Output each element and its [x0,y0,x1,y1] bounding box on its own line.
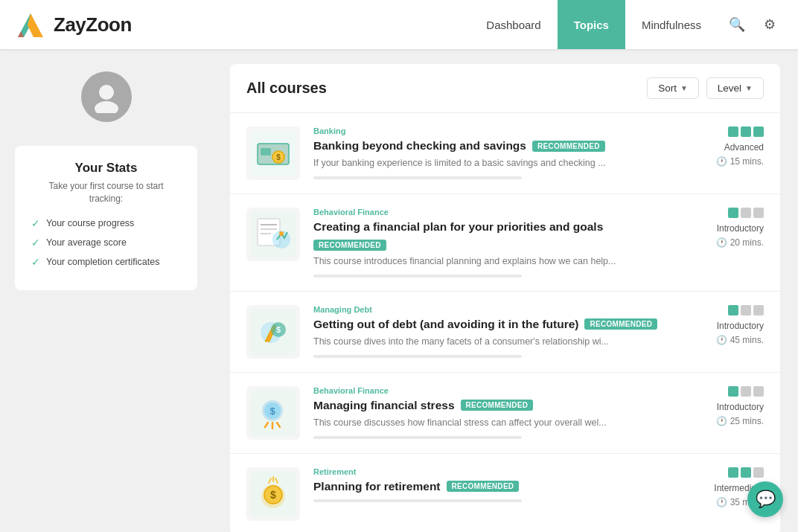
course-body-5: Retirement Planning for retirement RECOM… [313,467,661,502]
table-row[interactable]: $ Retirement Planning for retirement REC… [230,454,780,532]
table-row[interactable]: $ Behavioral Finance Managing financial … [230,373,780,454]
time-value-3: 45 mins. [730,335,764,345]
svg-point-4 [99,85,114,100]
level-label-2: Introductory [717,223,764,234]
stats-subtitle: Take your first course to start tracking… [31,180,181,205]
badge-recommended-1: RECOMMENDED [532,141,605,152]
settings-icon[interactable]: ⚙ [756,11,783,38]
svg-text:$: $ [270,489,276,501]
level-dots-3 [728,305,764,315]
svg-point-5 [95,101,118,113]
stats-card: Your Stats Take your first course to sta… [15,146,197,290]
course-thumbnail-2 [246,208,300,261]
badge-recommended-5: RECOMMENDED [447,481,520,492]
level-button[interactable]: Level ▼ [706,77,764,99]
level-dots-4 [728,386,764,397]
course-body-4: Behavioral Finance Managing financial st… [313,386,661,439]
course-category-1: Banking [313,126,661,135]
progress-bar-1 [313,176,522,179]
header-controls: Sort ▼ Level ▼ [647,77,764,99]
level-label-3: Introductory [717,321,764,331]
clock-icon-1: 🕐 [716,156,727,167]
chat-bubble-button[interactable]: 💬 [747,481,783,517]
badge-recommended-3: RECOMMENDED [584,318,657,330]
time-row-1: 🕐 15 mins. [716,156,764,167]
search-icon[interactable]: 🔍 [724,11,750,38]
logo-icon [15,9,46,40]
sort-chevron-icon: ▼ [680,84,688,92]
check-icon-1: ✓ [31,217,40,229]
dot-4-2 [741,386,751,397]
dot-2-2 [741,208,751,218]
course-desc-2: This course introduces financial plannin… [313,254,661,269]
dot-1-3 [753,126,764,137]
course-thumbnail-1: $ [246,126,300,180]
banking-thumbnail-icon: $ [250,130,296,176]
dot-3-2 [741,305,751,315]
time-value-1: 15 mins. [730,156,764,167]
stat-certificates: ✓ Your completion certificates [31,256,181,268]
nav-mindfulness[interactable]: Mindfulness [625,0,718,49]
course-desc-4: This course discusses how financial stre… [313,416,661,430]
dot-5-2 [741,467,751,478]
stress-thumbnail-icon: $ [250,390,296,436]
main-content: All courses Sort ▼ Level ▼ [212,49,798,532]
progress-bar-4 [313,436,522,439]
table-row[interactable]: Behavioral Finance Creating a financial … [230,194,780,292]
clock-icon-4: 🕐 [716,416,727,426]
badge-recommended-2: RECOMMENDED [313,240,386,251]
course-category-3: Managing Debt [313,305,661,314]
clock-icon-5: 🕐 [716,497,727,507]
nav-dashboard[interactable]: Dashboard [470,0,557,49]
debt-thumbnail-icon: $ [250,309,296,355]
page-body: Your Stats Take your first course to sta… [0,49,798,532]
course-category-4: Behavioral Finance [313,386,661,395]
person-icon [90,80,123,113]
course-desc-1: If your banking experience is limited to… [313,156,661,170]
header: ZayZoon Dashboard Topics Mindfulness 🔍 ⚙ [0,0,798,49]
clock-icon-3: 🕐 [716,335,727,345]
course-title-3: Getting out of debt (and avoiding it in … [313,318,578,331]
time-value-2: 20 mins. [730,237,764,248]
time-value-4: 25 mins. [730,416,764,426]
level-chevron-icon: ▼ [745,84,753,92]
course-title-1: Banking beyond checking and savings [313,139,526,153]
svg-rect-8 [261,148,271,156]
progress-bar-3 [313,355,522,358]
sort-button[interactable]: Sort ▼ [647,77,699,99]
clock-icon-2: 🕐 [716,237,727,248]
courses-header: All courses Sort ▼ Level ▼ [230,64,780,113]
level-dots-5 [728,467,764,478]
dot-4-1 [728,386,738,397]
nav-topics[interactable]: Topics [558,0,625,49]
stat-average-score: ✓ Your average score [31,237,181,249]
level-label-4: Introductory [717,402,764,412]
dot-1-1 [728,126,738,137]
dot-5-3 [753,467,764,478]
course-thumbnail-4: $ [246,386,300,440]
level-dots-1 [728,126,764,137]
courses-container: All courses Sort ▼ Level ▼ [230,64,780,532]
dot-2-1 [728,208,738,218]
logo-text: ZayZoon [54,13,132,36]
sidebar: Your Stats Take your first course to sta… [0,49,212,532]
course-meta-4: Introductory 🕐 25 mins. [674,386,764,426]
time-row-2: 🕐 20 mins. [716,237,764,248]
stats-title: Your Stats [31,161,181,176]
course-title-5: Planning for retirement [313,480,441,493]
check-icon-2: ✓ [31,237,40,249]
table-row[interactable]: $ Managing Debt Getting out of debt (and… [230,292,780,373]
course-body-1: Banking Banking beyond checking and savi… [313,126,661,179]
course-meta-1: Advanced 🕐 15 mins. [674,126,764,167]
course-meta-3: Introductory 🕐 45 mins. [674,305,764,345]
course-title-row-3: Getting out of debt (and avoiding it in … [313,318,661,331]
course-title-2: Creating a financial plan for your prior… [313,220,603,234]
dot-3-1 [728,305,738,315]
main-nav: Dashboard Topics Mindfulness [470,0,718,49]
table-row[interactable]: $ Banking Banking beyond checking and sa… [230,113,780,194]
stat-course-progress: ✓ Your course progress [31,217,181,229]
chat-icon: 💬 [756,490,776,509]
course-title-row-2: Creating a financial plan for your prior… [313,220,661,251]
time-row-3: 🕐 45 mins. [716,335,764,345]
check-icon-3: ✓ [31,256,40,268]
